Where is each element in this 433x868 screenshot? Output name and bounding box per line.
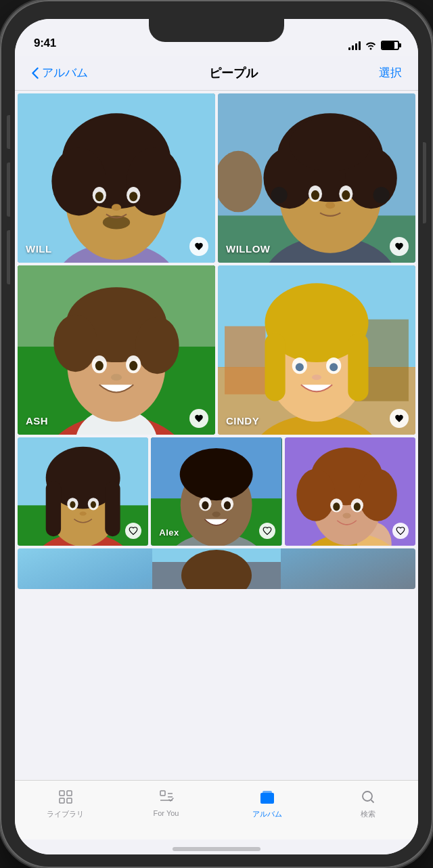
person-cindy-label: CINDY [226, 415, 259, 427]
svg-point-109 [363, 791, 372, 801]
tab-for-you-label: For You [154, 809, 179, 817]
svg-point-38 [135, 317, 179, 374]
svg-rect-67 [105, 481, 120, 536]
volume-up-button[interactable] [7, 162, 10, 217]
tab-for-you[interactable]: For You [116, 787, 216, 817]
person-will-favorite[interactable] [189, 237, 208, 256]
svg-rect-103 [67, 791, 72, 796]
person-6[interactable] [285, 437, 415, 546]
svg-point-96 [353, 502, 360, 511]
svg-rect-104 [60, 798, 64, 803]
person-willow-label: WILLOW [226, 243, 270, 255]
mute-button[interactable] [7, 115, 10, 149]
svg-point-10 [129, 192, 137, 201]
person-will[interactable]: WILL [18, 93, 215, 263]
svg-rect-108 [263, 791, 272, 800]
select-button[interactable]: 選択 [379, 65, 402, 81]
content-area: WILL [15, 91, 418, 780]
person-alex[interactable]: Alex [151, 437, 281, 546]
svg-point-29 [325, 202, 335, 209]
svg-point-28 [342, 190, 350, 200]
library-icon [56, 787, 75, 806]
svg-rect-105 [67, 798, 72, 803]
tab-bar: ライブラリ For You [15, 780, 418, 840]
grid-row-1: WILL [18, 93, 415, 263]
svg-point-41 [95, 361, 104, 370]
status-icons [348, 41, 399, 50]
person-6-favorite[interactable] [392, 523, 409, 539]
person-willow[interactable]: WILLOW [218, 93, 415, 263]
svg-point-95 [333, 502, 340, 511]
for-you-icon [157, 787, 176, 806]
nav-bar: アルバム ピープル 選択 [15, 56, 418, 91]
person-alex-favorite[interactable] [259, 523, 275, 539]
grid-row-2: ASH [18, 265, 415, 435]
person-cindy-favorite[interactable] [390, 409, 409, 428]
wifi-icon [365, 41, 377, 50]
svg-point-78 [180, 448, 253, 500]
svg-rect-53 [265, 333, 285, 402]
tab-search[interactable]: 検索 [317, 787, 418, 819]
albums-icon [258, 787, 277, 806]
page-title: ピープル [209, 65, 258, 81]
signal-icon [348, 41, 361, 50]
svg-point-71 [91, 501, 96, 508]
svg-point-24 [373, 187, 390, 203]
person-will-label: WILL [26, 243, 52, 255]
svg-point-72 [80, 512, 87, 516]
grid-row-3: Alex [18, 437, 415, 546]
phone-screen: 9:41 ア [15, 19, 418, 854]
svg-point-97 [342, 513, 350, 519]
phone-frame: 9:41 ア [0, 0, 433, 868]
svg-point-70 [70, 501, 75, 508]
volume-down-button[interactable] [7, 230, 10, 284]
svg-point-81 [202, 501, 209, 509]
svg-rect-102 [60, 791, 64, 796]
search-icon [359, 787, 378, 806]
svg-point-59 [312, 374, 321, 380]
svg-rect-66 [46, 481, 61, 536]
grid-row-4-partial [18, 548, 415, 589]
notch [149, 19, 284, 42]
battery-icon [381, 41, 399, 50]
svg-rect-46 [225, 326, 265, 395]
svg-point-6 [127, 148, 181, 216]
svg-point-82 [224, 501, 231, 509]
back-label: アルバム [42, 65, 88, 81]
svg-point-37 [53, 315, 97, 372]
tab-albums[interactable]: アルバム [216, 787, 317, 819]
person-cindy[interactable]: CINDY [218, 265, 415, 435]
svg-point-23 [271, 187, 288, 203]
svg-point-91 [296, 469, 335, 521]
svg-point-27 [311, 190, 319, 200]
svg-point-5 [51, 148, 106, 216]
svg-rect-106 [160, 791, 165, 796]
person-ash-label: ASH [26, 415, 48, 427]
svg-point-9 [95, 192, 104, 201]
tab-library[interactable]: ライブラリ [15, 787, 116, 819]
back-button[interactable]: アルバム [31, 65, 88, 81]
person-alex-label: Alex [159, 527, 179, 538]
svg-point-22 [290, 116, 371, 171]
tab-albums-label: アルバム [252, 809, 282, 819]
svg-point-92 [359, 469, 397, 521]
tab-library-label: ライブラリ [47, 809, 84, 819]
person-4[interactable] [18, 437, 148, 546]
tab-search-label: 検索 [361, 809, 375, 819]
svg-point-58 [329, 363, 338, 371]
person-willow-favorite[interactable] [390, 237, 409, 256]
home-indicator[interactable] [173, 847, 260, 851]
person-ash[interactable]: ASH [18, 265, 215, 435]
svg-point-57 [296, 363, 304, 371]
svg-rect-54 [348, 333, 368, 402]
svg-point-42 [129, 361, 137, 370]
svg-point-11 [112, 204, 121, 211]
svg-point-43 [111, 374, 122, 381]
power-button[interactable] [423, 142, 426, 223]
svg-point-83 [212, 512, 221, 517]
partial-photo[interactable] [18, 548, 415, 589]
people-grid: WILL [15, 91, 418, 592]
person-ash-favorite[interactable] [189, 409, 208, 428]
status-time: 9:41 [34, 37, 56, 50]
